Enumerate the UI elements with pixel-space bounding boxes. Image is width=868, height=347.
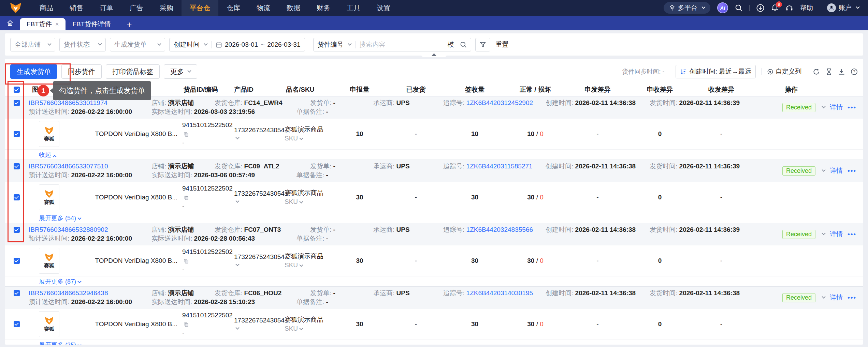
- menu-item-products[interactable]: 商品: [31, 0, 61, 16]
- chevron-down-icon[interactable]: [235, 199, 239, 203]
- product-image[interactable]: 赛狐: [39, 184, 59, 210]
- expand-toggle-link[interactable]: 展开更多 (54): [39, 214, 81, 222]
- tracking-number[interactable]: 1ZK6B4420311585271: [466, 163, 533, 170]
- search-input[interactable]: [360, 41, 445, 48]
- chevron-down-icon[interactable]: [235, 262, 239, 266]
- shipment-checkbox[interactable]: [14, 100, 20, 106]
- sync-shipments-button[interactable]: 同步货件: [61, 64, 102, 79]
- download-center-button[interactable]: [756, 4, 764, 12]
- menu-item-finance[interactable]: 财务: [308, 0, 338, 16]
- expand-toggle-link[interactable]: 展开更多 (35): [39, 341, 81, 345]
- menu-item-orders[interactable]: 订单: [91, 0, 121, 16]
- generated-invoice-select[interactable]: 生成发货单: [110, 38, 165, 51]
- date-range-picker[interactable]: 2026-03-01 ~ 2026-03-31: [212, 41, 305, 48]
- reset-filters-button[interactable]: 重置: [496, 40, 509, 49]
- date-type-select[interactable]: 创建时间: [170, 40, 211, 49]
- search-type-select[interactable]: 货件编号: [314, 40, 355, 49]
- product-image[interactable]: 赛狐: [39, 248, 59, 274]
- chevron-down-icon: [856, 5, 859, 9]
- chevron-down-icon[interactable]: [299, 136, 303, 140]
- more-actions-icon[interactable]: •••: [848, 104, 856, 111]
- tab-fbt-shipments[interactable]: FBT货件 ×: [20, 18, 66, 30]
- support-button[interactable]: [785, 4, 793, 12]
- menu-item-platform-warehouse[interactable]: 平台仓: [182, 0, 218, 16]
- chevron-down-icon[interactable]: [299, 263, 303, 267]
- chevron-down-icon[interactable]: [299, 327, 303, 330]
- menu-item-sales[interactable]: 销售: [61, 0, 91, 16]
- detail-link[interactable]: 详情: [830, 103, 843, 112]
- home-tab-button[interactable]: [0, 16, 20, 30]
- platform-switcher[interactable]: 多平台: [664, 2, 710, 14]
- expand-row: 展开更多 (35): [5, 340, 863, 345]
- copy-icon[interactable]: [184, 132, 189, 137]
- expand-row: 展开更多 (54): [5, 213, 863, 223]
- detail-link[interactable]: 详情: [830, 293, 843, 302]
- search-icon[interactable]: [460, 41, 467, 48]
- close-tab-icon[interactable]: ×: [55, 21, 59, 28]
- expand-toggle-link[interactable]: 收起: [39, 151, 56, 159]
- shipment-checkbox[interactable]: [14, 227, 20, 233]
- shop-filter-select[interactable]: 全部店铺: [10, 38, 55, 51]
- product-checkbox[interactable]: [14, 321, 20, 327]
- menu-item-data[interactable]: 数据: [278, 0, 308, 16]
- status-chevron-icon[interactable]: [822, 105, 825, 108]
- expand-toggle-link[interactable]: 展开更多 (87): [39, 277, 81, 286]
- shipment-checkbox[interactable]: [14, 163, 20, 169]
- advanced-filter-button[interactable]: [475, 38, 490, 51]
- more-actions-button[interactable]: 更多: [164, 64, 197, 79]
- help-button[interactable]: ?: [851, 68, 858, 75]
- sort-order-button[interactable]: 创建时间: 最近→最远: [676, 65, 756, 78]
- fuzzy-toggle[interactable]: 模: [448, 40, 454, 49]
- help-link[interactable]: 帮助: [800, 3, 813, 12]
- export-button[interactable]: [838, 68, 845, 75]
- print-labels-button[interactable]: 打印货品标签: [106, 64, 160, 79]
- product-checkbox[interactable]: [14, 131, 20, 137]
- product-image[interactable]: 赛狐: [39, 121, 59, 147]
- add-tab-button[interactable]: +: [127, 20, 132, 29]
- product-checkbox[interactable]: [14, 258, 20, 264]
- notifications-button[interactable]: 8: [771, 4, 779, 12]
- chevron-down-icon[interactable]: [235, 136, 239, 139]
- menu-item-ads[interactable]: 广告: [121, 0, 151, 16]
- menu-item-logistics[interactable]: 物流: [248, 0, 278, 16]
- more-actions-icon[interactable]: •••: [848, 294, 856, 301]
- shipment-id-link[interactable]: IBR5766034866533077510: [29, 163, 108, 170]
- generate-invoice-button[interactable]: 生成发货单: [10, 64, 57, 79]
- status-chevron-icon[interactable]: [822, 295, 825, 299]
- ai-assistant-button[interactable]: AI: [717, 2, 728, 13]
- detail-link[interactable]: 详情: [830, 230, 843, 239]
- more-actions-icon[interactable]: •••: [848, 230, 856, 238]
- shipment-status-select[interactable]: 货件状态: [59, 38, 106, 51]
- copy-icon[interactable]: [184, 322, 189, 327]
- tracking-number[interactable]: 1ZK6B4420314030195: [466, 289, 533, 297]
- collapse-filter-handle[interactable]: [421, 52, 447, 57]
- menu-item-purchase[interactable]: 采购: [151, 0, 182, 16]
- product-checkbox[interactable]: [14, 194, 20, 200]
- detail-link[interactable]: 详情: [830, 166, 843, 175]
- customize-columns-button[interactable]: 自定义列: [767, 67, 801, 76]
- status-chevron-icon[interactable]: [822, 231, 825, 235]
- menu-item-warehouse[interactable]: 仓库: [218, 0, 248, 16]
- menu-item-tools[interactable]: 工具: [338, 0, 368, 16]
- search-button[interactable]: [735, 4, 742, 12]
- copy-icon[interactable]: [184, 258, 189, 263]
- chevron-down-icon[interactable]: [235, 326, 239, 330]
- account-menu[interactable]: 账户: [827, 3, 859, 12]
- more-actions-icon[interactable]: •••: [848, 167, 856, 175]
- copy-icon[interactable]: [184, 195, 189, 200]
- select-all-checkbox[interactable]: [14, 87, 20, 93]
- tab-fbt-shipment-detail[interactable]: FBT货件详情: [66, 18, 117, 30]
- chevron-down-icon[interactable]: [299, 200, 303, 203]
- menu-item-settings[interactable]: 设置: [368, 0, 399, 16]
- app-logo[interactable]: [0, 0, 31, 16]
- history-button[interactable]: [825, 68, 833, 75]
- refresh-button[interactable]: [813, 68, 820, 75]
- product-image[interactable]: 赛狐: [39, 311, 59, 337]
- shipment-id-link[interactable]: IBR5766034866533011974: [29, 99, 107, 106]
- tracking-number[interactable]: 1ZK6B4420312452902: [466, 99, 533, 106]
- shipment-id-link[interactable]: IBR5766034866532880902: [29, 226, 108, 233]
- status-chevron-icon[interactable]: [822, 168, 825, 172]
- shipment-checkbox[interactable]: [14, 290, 20, 296]
- tracking-number[interactable]: 1ZK6B4420324835566: [466, 226, 533, 233]
- shipment-id-link[interactable]: IBR5766034866532946438: [29, 289, 108, 297]
